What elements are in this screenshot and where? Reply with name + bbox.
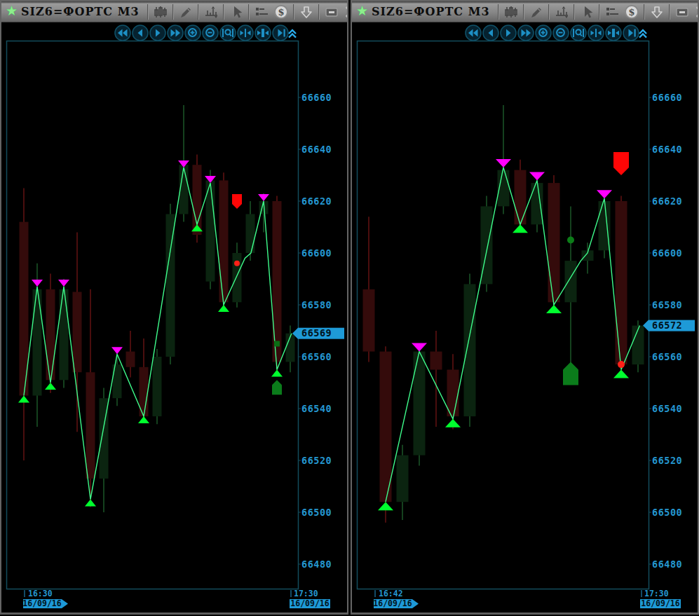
pivot-high-triangle [32, 280, 43, 287]
trades-button[interactable] [202, 3, 220, 21]
candle [515, 160, 527, 233]
nav-collapse-button[interactable] [289, 30, 296, 38]
price-axis-label: 66480 [301, 559, 332, 570]
candle [616, 196, 627, 375]
price-axis-label: 66500 [652, 507, 682, 518]
close-button[interactable] [342, 3, 347, 21]
nav-zoom-out-button[interactable] [553, 25, 569, 41]
pivot-high-triangle [529, 172, 545, 180]
chart-canvas[interactable]: 6666066640666206660066580665606654066520… [1, 22, 347, 612]
pivot-low-triangle [613, 370, 629, 378]
candle [73, 232, 82, 432]
toolbar-separator [147, 4, 149, 20]
price-axis-label: 66580 [652, 299, 682, 310]
close-button[interactable] [693, 3, 698, 21]
nav-fit-vertical-button[interactable] [606, 25, 621, 41]
candle [414, 346, 426, 465]
price-axis-label: 66660 [652, 92, 682, 103]
dollar-button[interactable]: $ [623, 3, 641, 21]
dollar-button[interactable]: $ [272, 3, 290, 21]
candle [60, 279, 69, 388]
nav-fit-horizontal-button[interactable] [238, 25, 253, 41]
nav-zoom-in-button[interactable] [185, 25, 201, 41]
price-axis-label: 66660 [301, 92, 332, 103]
toolbar-separator [644, 4, 645, 20]
buy-signal-pentagon [563, 362, 578, 385]
chart-area: 6666066640666206660066580665606654066520… [352, 22, 698, 612]
nav-step-forward-button[interactable] [150, 25, 165, 41]
nav-step-forward-button[interactable] [501, 25, 516, 41]
date-tag-end: 16/09/16 [640, 598, 681, 608]
levels-button[interactable] [252, 3, 271, 21]
nav-zoom-out-button[interactable] [203, 25, 218, 41]
price-axis-label: 66620 [652, 196, 682, 207]
levels-button[interactable] [603, 3, 621, 21]
nav-rewind-button[interactable] [466, 25, 481, 41]
date-label-end: 16/09/16 [641, 598, 679, 608]
pivot-high-triangle [412, 343, 427, 352]
pencil-button[interactable] [527, 3, 545, 21]
cursor-button[interactable] [578, 3, 596, 21]
date-tag-start: 16/09/16 [22, 598, 68, 608]
price-axis-label: 66620 [301, 196, 332, 207]
price-axis-label: 66480 [652, 559, 682, 570]
pivot-low-triangle [218, 305, 229, 312]
titlebar[interactable]: ★ SIZ6=ФОРТС М3 $ [352, 1, 698, 22]
pivot-low-triangle [546, 305, 562, 313]
nav-go-to-end-button[interactable] [623, 25, 639, 41]
nav-zoom-area-button[interactable] [571, 25, 586, 41]
candle [273, 196, 282, 375]
candle [100, 388, 109, 512]
price-axis-label: 66540 [652, 403, 682, 414]
candlesticks-icon [153, 4, 168, 20]
nav-zoom-in-button[interactable] [536, 25, 551, 41]
nav-fast-forward-button[interactable] [518, 25, 534, 41]
candlesticks-button[interactable] [151, 3, 170, 21]
titlebar[interactable]: ★ SIZ6=ФОРТС М3 $ [1, 1, 347, 22]
candlesticks-button[interactable] [502, 3, 520, 21]
candle [20, 189, 29, 461]
svg-text:$: $ [628, 6, 634, 17]
window-title: SIZ6=ФОРТС М3 [372, 5, 489, 18]
pivot-low-triangle [445, 419, 461, 427]
send-down-button[interactable] [648, 3, 666, 21]
candlesticks-icon [503, 4, 519, 20]
svg-text:$: $ [278, 6, 284, 17]
nav-rewind-button[interactable] [115, 25, 130, 41]
restore-button[interactable] [323, 3, 341, 21]
cursor-button[interactable] [227, 3, 245, 21]
price-axis-label: 66560 [652, 351, 682, 362]
pencil-button[interactable] [177, 3, 195, 21]
toolbar-separator [172, 4, 174, 20]
restore-icon [674, 4, 690, 20]
pivot-low-triangle [378, 502, 393, 510]
nav-collapse-button[interactable] [639, 30, 646, 38]
trades-icon [554, 4, 569, 20]
send-down-button[interactable] [297, 3, 315, 21]
toolbar-separator [223, 4, 224, 20]
red-dot-marker [234, 261, 240, 266]
chart-area: 6666066640666206660066580665606654066520… [1, 22, 347, 612]
nav-fit-horizontal-button[interactable] [588, 25, 604, 41]
pivot-low-triangle [18, 396, 29, 403]
levels-icon [604, 4, 620, 20]
pivot-low-triangle [45, 383, 56, 390]
nav-zoom-area-button[interactable] [220, 25, 236, 41]
trades-button[interactable] [552, 3, 571, 21]
current-price-label: 66572 [652, 320, 682, 331]
close-icon [694, 4, 698, 20]
date-label-start: 16/09/16 [22, 598, 61, 608]
price-axis-label: 66640 [301, 144, 332, 155]
nav-go-to-end-button[interactable] [273, 25, 288, 41]
price-axis-label: 66520 [301, 455, 332, 466]
nav-fast-forward-button[interactable] [168, 25, 183, 41]
restore-button[interactable] [673, 3, 691, 21]
nav-step-back-button[interactable] [133, 25, 148, 41]
chart-canvas[interactable]: 6666066640666206660066580665606654066520… [352, 22, 698, 612]
dollar-icon: $ [624, 4, 639, 20]
pivot-high-triangle [258, 194, 269, 201]
nav-step-back-button[interactable] [483, 25, 498, 41]
candle [430, 331, 442, 427]
red-dot-marker [618, 361, 625, 368]
nav-fit-vertical-button[interactable] [255, 25, 271, 41]
